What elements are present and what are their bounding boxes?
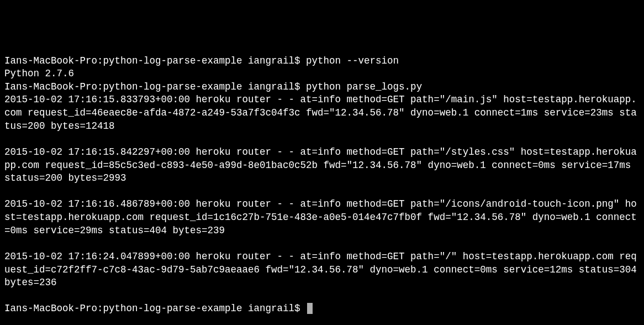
shell-prompt: Ians-MacBook-Pro:python-log-parse-exampl… xyxy=(4,81,306,92)
output-line: 2015-10-02 17:16:24.047899+00:00 heroku … xyxy=(4,250,640,290)
blank-line xyxy=(4,133,640,146)
active-prompt-line[interactable]: Ians-MacBook-Pro:python-log-parse-exampl… xyxy=(4,302,640,316)
blank-line xyxy=(4,185,640,198)
command-line: Ians-MacBook-Pro:python-log-parse-exampl… xyxy=(4,81,640,94)
blank-line xyxy=(4,290,640,303)
terminal-output-area[interactable]: Ians-MacBook-Pro:python-log-parse-exampl… xyxy=(4,55,640,316)
cursor-icon xyxy=(307,303,313,314)
command-text: python parse_logs.py xyxy=(306,81,422,92)
output-line: 2015-10-02 17:16:16.486789+00:00 heroku … xyxy=(4,198,640,237)
output-line: 2015-10-02 17:16:15.833793+00:00 heroku … xyxy=(4,93,640,133)
blank-line xyxy=(4,237,640,250)
command-text: python --version xyxy=(306,55,399,66)
command-line: Ians-MacBook-Pro:python-log-parse-exampl… xyxy=(4,55,640,68)
output-line: 2015-10-02 17:16:15.842297+00:00 heroku … xyxy=(4,146,640,185)
output-line: Python 2.7.6 xyxy=(4,67,640,81)
shell-prompt: Ians-MacBook-Pro:python-log-parse-exampl… xyxy=(4,303,306,314)
shell-prompt: Ians-MacBook-Pro:python-log-parse-exampl… xyxy=(4,55,306,66)
